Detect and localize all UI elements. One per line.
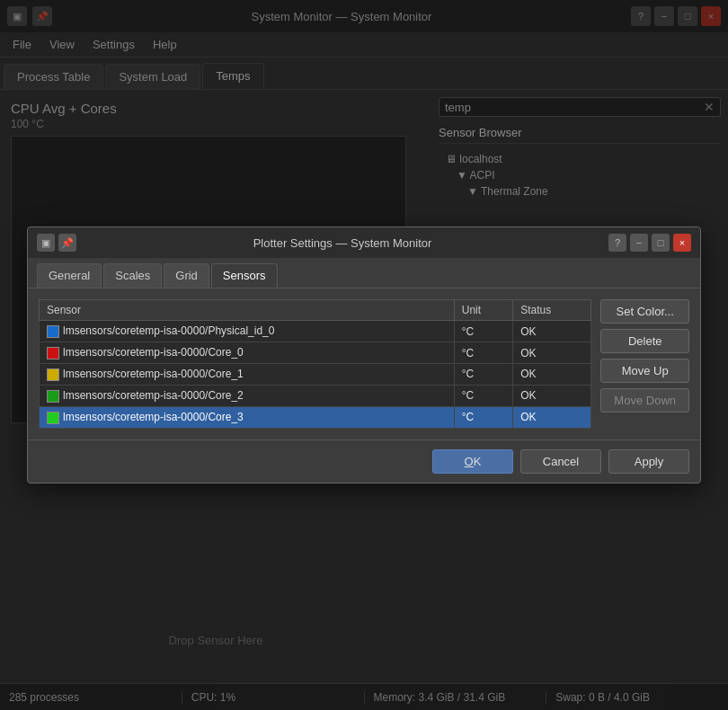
- col-status: Status: [513, 300, 591, 321]
- dialog-right-buttons: Set Color... Delete Move Up Move Down: [591, 299, 689, 428]
- sensor-name-cell: lmsensors/coretemp-isa-0000/Physical_id_…: [40, 321, 455, 342]
- move-up-button[interactable]: Move Up: [600, 359, 689, 383]
- apply-button[interactable]: Apply: [608, 449, 689, 474]
- sensor-status-cell: OK: [513, 406, 591, 428]
- table-row[interactable]: lmsensors/coretemp-isa-0000/Core_0 °C OK: [40, 342, 591, 364]
- sensor-unit-cell: °C: [454, 385, 512, 406]
- sensor-unit-cell: °C: [454, 342, 512, 364]
- dialog-title: Plotter Settings — System Monitor: [84, 236, 601, 250]
- color-swatch: [47, 347, 59, 359]
- tab-sensors[interactable]: Sensors: [211, 263, 278, 288]
- dialog-title-bar: ▣ 📌 Plotter Settings — System Monitor ? …: [28, 227, 700, 258]
- table-row[interactable]: lmsensors/coretemp-isa-0000/Core_3 °C OK: [40, 406, 591, 428]
- plotter-settings-dialog: ▣ 📌 Plotter Settings — System Monitor ? …: [27, 226, 701, 483]
- col-unit: Unit: [454, 300, 512, 321]
- sensor-name-cell: lmsensors/coretemp-isa-0000/Core_0: [40, 342, 455, 364]
- ok-button[interactable]: OK: [432, 449, 513, 474]
- sensor-unit-cell: °C: [454, 321, 512, 342]
- delete-button[interactable]: Delete: [600, 329, 689, 353]
- sensor-name-cell: lmsensors/coretemp-isa-0000/Core_1: [40, 364, 455, 386]
- table-row[interactable]: lmsensors/coretemp-isa-0000/Core_2 °C OK: [40, 385, 591, 406]
- tab-scales[interactable]: Scales: [103, 263, 162, 288]
- color-swatch: [47, 325, 59, 338]
- dialog-body: Sensor Unit Status lmsensors/coretemp-is…: [28, 288, 700, 439]
- sensor-unit-cell: °C: [454, 364, 512, 386]
- dialog-maximize-icon[interactable]: □: [652, 234, 670, 252]
- col-sensor: Sensor: [40, 300, 455, 321]
- tab-grid[interactable]: Grid: [164, 263, 209, 288]
- cancel-button[interactable]: Cancel: [520, 449, 601, 474]
- color-swatch: [47, 368, 59, 381]
- dialog-app-icon: ▣: [37, 234, 55, 252]
- sensor-status-cell: OK: [513, 342, 591, 364]
- sensor-name-cell: lmsensors/coretemp-isa-0000/Core_3: [40, 406, 455, 428]
- dialog-icon-area: ▣ 📌: [37, 234, 76, 252]
- color-swatch: [47, 412, 59, 424]
- table-row[interactable]: lmsensors/coretemp-isa-0000/Physical_id_…: [40, 321, 591, 342]
- sensor-table-wrap: Sensor Unit Status lmsensors/coretemp-is…: [39, 299, 591, 428]
- tab-general[interactable]: General: [37, 263, 102, 288]
- color-swatch: [47, 390, 59, 403]
- dialog-table-section: Sensor Unit Status lmsensors/coretemp-is…: [39, 299, 689, 428]
- dialog-footer: OK Cancel Apply: [28, 439, 700, 483]
- dialog-pin-icon[interactable]: 📌: [58, 234, 76, 252]
- sensor-name-cell: lmsensors/coretemp-isa-0000/Core_2: [40, 385, 455, 406]
- dialog-close-icon[interactable]: ×: [673, 234, 691, 252]
- sensor-status-cell: OK: [513, 321, 591, 342]
- dialog-minimize-icon[interactable]: −: [630, 234, 648, 252]
- dialog-controls: ? − □ ×: [608, 234, 691, 252]
- sensor-table: Sensor Unit Status lmsensors/coretemp-is…: [39, 299, 591, 428]
- dialog-tab-bar: General Scales Grid Sensors: [28, 258, 700, 288]
- sensor-status-cell: OK: [513, 364, 591, 386]
- dialog-help-icon[interactable]: ?: [608, 234, 626, 252]
- move-down-button[interactable]: Move Down: [600, 388, 689, 413]
- dialog-overlay: ▣ 📌 Plotter Settings — System Monitor ? …: [0, 0, 728, 710]
- sensor-status-cell: OK: [513, 385, 591, 406]
- table-row[interactable]: lmsensors/coretemp-isa-0000/Core_1 °C OK: [40, 364, 591, 386]
- sensor-unit-cell: °C: [454, 406, 512, 428]
- set-color-button[interactable]: Set Color...: [600, 299, 689, 324]
